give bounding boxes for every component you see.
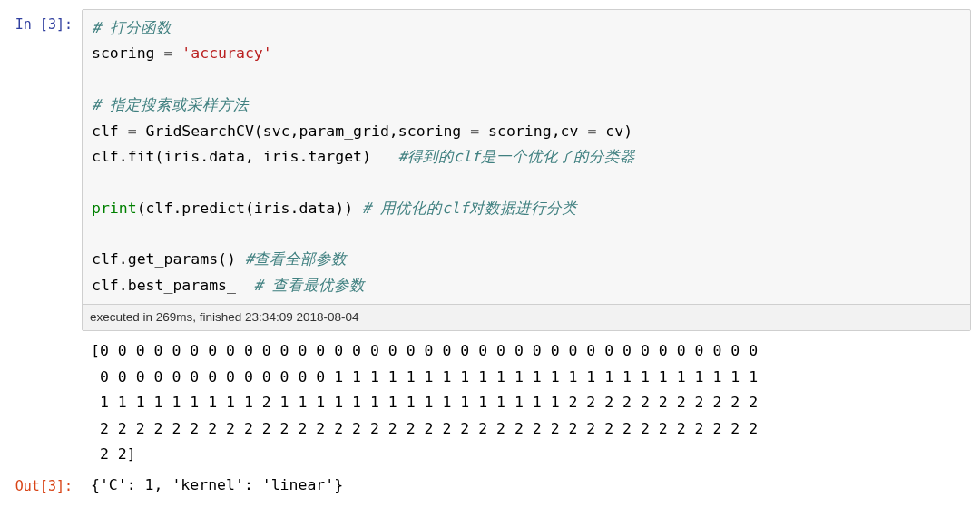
code-text: clf.fit(iris.data, iris.target): [92, 148, 398, 165]
input-prompt: In [3]:: [0, 9, 82, 331]
notebook-container: In [3]: # 打分函数 scoring = 'accuracy' # 指定…: [0, 0, 980, 513]
code-text: clf: [92, 122, 128, 140]
code-op: =: [163, 44, 172, 62]
output-content: {'C': 1, 'kernel': 'linear'}: [82, 471, 971, 501]
code-text: clf.get_params(): [92, 250, 245, 268]
output-result-text: {'C': 1, 'kernel': 'linear'}: [82, 471, 971, 501]
code-comment: #得到的clf是一个优化了的分类器: [398, 148, 635, 165]
code-cell[interactable]: # 打分函数 scoring = 'accuracy' # 指定搜索或采样方法 …: [82, 9, 971, 331]
code-text: (clf.predict(iris.data)): [137, 200, 362, 217]
code-comment: #查看全部参数: [245, 250, 347, 268]
code-text: GridSearchCV(svc,param_grid,scoring: [137, 122, 471, 140]
output-prompt: Out[3]:: [0, 471, 82, 501]
code-op: =: [128, 122, 137, 140]
code-text: scoring: [92, 44, 163, 62]
stdout-text: [0 0 0 0 0 0 0 0 0 0 0 0 0 0 0 0 0 0 0 0…: [82, 335, 971, 467]
code-string: 'accuracy': [172, 44, 271, 62]
code-text: scoring,cv: [479, 122, 587, 140]
stdout-cell: [0 0 0 0 0 0 0 0 0 0 0 0 0 0 0 0 0 0 0 0…: [0, 335, 980, 467]
code-op: =: [470, 122, 479, 140]
input-cell: In [3]: # 打分函数 scoring = 'accuracy' # 指定…: [0, 9, 980, 331]
execution-info-bar: executed in 269ms, finished 23:34:09 201…: [83, 304, 970, 330]
code-comment: # 打分函数: [92, 19, 172, 36]
code-comment: # 查看最优参数: [254, 277, 365, 294]
empty-prompt: [0, 335, 82, 467]
code-editor[interactable]: # 打分函数 scoring = 'accuracy' # 指定搜索或采样方法 …: [83, 10, 970, 304]
code-op: =: [587, 122, 596, 140]
output-cell: Out[3]: {'C': 1, 'kernel': 'linear'}: [0, 471, 980, 501]
code-text: cv): [596, 122, 632, 140]
stdout-content: [0 0 0 0 0 0 0 0 0 0 0 0 0 0 0 0 0 0 0 0…: [82, 335, 971, 467]
code-comment: # 指定搜索或采样方法: [92, 96, 249, 113]
code-comment: # 用优化的clf对数据进行分类: [362, 200, 577, 217]
code-text: clf.best_params_: [92, 277, 254, 294]
code-builtin: print: [92, 200, 137, 217]
